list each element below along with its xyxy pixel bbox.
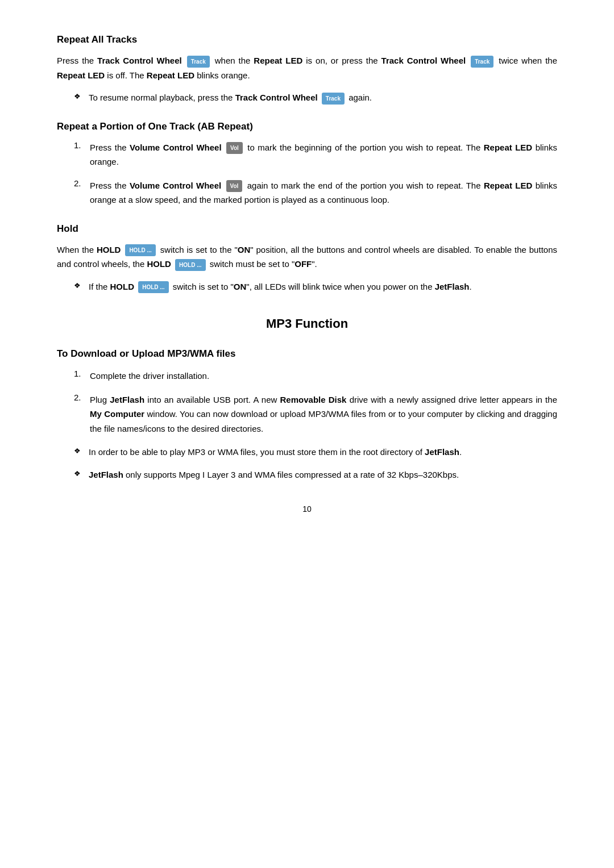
download-text-1: Complete the driver installation. (90, 369, 557, 383)
heading-download-upload: To Download or Upload MP3/WMA files (57, 348, 557, 360)
page-number: 10 (57, 504, 557, 514)
heading-mp3-function: MP3 Function (57, 316, 557, 331)
repeat-all-bullet-text: To resume normal playback, press the Tra… (89, 90, 557, 105)
hold-para: When the HOLD HOLD ... switch is set to … (57, 243, 557, 272)
vol-wheel-btn-2: Vol (226, 180, 243, 192)
download-item-2: 2. Plug JetFlash into an available USB p… (74, 393, 557, 436)
hold-switch-btn-3: HOLD ... (138, 281, 168, 293)
mp3-bullet-1: ❖ In order to be able to play MP3 or WMA… (57, 445, 557, 460)
hold-switch-btn-2: HOLD ... (175, 259, 205, 271)
heading-repeat-portion: Repeat a Portion of One Track (AB Repeat… (57, 121, 557, 132)
repeat-all-tracks-para: Press the Track Control Wheel Track when… (57, 53, 557, 82)
bullet-diamond-2: ❖ (74, 281, 81, 290)
download-text-2: Plug JetFlash into an available USB port… (90, 393, 557, 436)
bullet-diamond-4: ❖ (74, 469, 81, 478)
numbered-item-1: 1. Press the Volume Control Wheel Vol to… (74, 140, 557, 169)
download-item-1: 1. Complete the driver installation. (74, 369, 557, 383)
download-upload-list: 1. Complete the driver installation. 2. … (57, 369, 557, 436)
download-num-2: 2. (74, 393, 90, 402)
num-1: 1. (74, 140, 90, 150)
mp3-bullet-text-2: JetFlash only supports Mpeg I Layer 3 an… (89, 468, 557, 482)
hold-switch-btn-1: HOLD ... (125, 244, 155, 256)
section-download-upload: To Download or Upload MP3/WMA files 1. C… (57, 348, 557, 482)
download-num-1: 1. (74, 369, 90, 378)
hold-bullet: ❖ If the HOLD HOLD ... switch is set to … (57, 279, 557, 294)
heading-hold: Hold (57, 223, 557, 235)
repeat-all-bullet: ❖ To resume normal playback, press the T… (57, 90, 557, 105)
track-wheel-btn-1: Track (187, 56, 210, 68)
vol-wheel-btn-1: Vol (226, 142, 243, 154)
section-hold: Hold When the HOLD HOLD ... switch is se… (57, 223, 557, 294)
mp3-bullet-2: ❖ JetFlash only supports Mpeg I Layer 3 … (57, 468, 557, 482)
section-repeat-all-tracks: Repeat All Tracks Press the Track Contro… (57, 34, 557, 105)
numbered-item-2: 2. Press the Volume Control Wheel Vol ag… (74, 178, 557, 207)
hold-bullet-text: If the HOLD HOLD ... switch is set to "O… (89, 279, 557, 294)
bullet-diamond-3: ❖ (74, 446, 81, 455)
mp3-bullet-text-1: In order to be able to play MP3 or WMA f… (89, 445, 557, 460)
section-repeat-portion: Repeat a Portion of One Track (AB Repeat… (57, 121, 557, 207)
num-text-2: Press the Volume Control Wheel Vol again… (90, 178, 557, 207)
track-wheel-btn-3: Track (322, 93, 345, 105)
num-text-1: Press the Volume Control Wheel Vol to ma… (90, 140, 557, 169)
track-wheel-btn-2: Track (471, 56, 493, 68)
heading-repeat-all-tracks: Repeat All Tracks (57, 34, 557, 45)
repeat-portion-list: 1. Press the Volume Control Wheel Vol to… (57, 140, 557, 207)
page: Repeat All Tracks Press the Track Contro… (0, 0, 614, 868)
bullet-diamond-1: ❖ (74, 92, 81, 101)
num-2: 2. (74, 178, 90, 188)
